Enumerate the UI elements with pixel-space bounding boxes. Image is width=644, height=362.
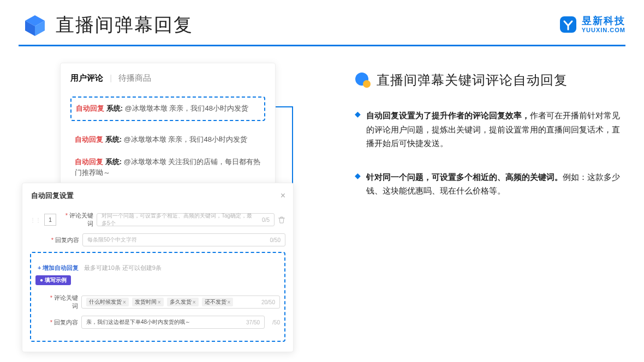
- section-title: 直播间弹幕关键词评论自动回复: [377, 71, 568, 89]
- content-label: 回复内容: [47, 236, 79, 244]
- system-prefix: 系统:: [105, 158, 122, 166]
- message-text: @冰墩墩本墩 关注我们的店铺，每日都有热门推荐呦～: [75, 158, 260, 177]
- example-badge: ● 填写示例: [35, 275, 71, 285]
- placeholder: 每条限50个中文字符: [87, 236, 137, 244]
- example-content-text: 亲，我们这边都是下单48小时内发货的哦～: [86, 318, 190, 326]
- close-icon[interactable]: ×: [281, 191, 285, 201]
- add-hint: 最多可建10条 还可以创建9条: [84, 264, 162, 271]
- header: 直播间弹幕回复 昱新科技 YUUXIN.COM: [0, 0, 644, 45]
- sequence-number: 1: [44, 214, 56, 226]
- counter: 0/50: [266, 237, 281, 243]
- left-column: 用户评论 | 待播商品 自动回复 系统: @冰墩墩本墩 亲亲，我们48小时内发货…: [22, 63, 295, 324]
- tab-user-comments[interactable]: 用户评论: [70, 73, 103, 82]
- message-text: @冰墩墩本墩 亲亲，我们48小时内发货: [124, 135, 247, 143]
- tag[interactable]: 还不发货×: [202, 298, 234, 306]
- tab-separator: |: [110, 73, 112, 82]
- tab-products[interactable]: 待播商品: [118, 73, 151, 82]
- bullet-item: ◆ 针对同一个问题，可设置多个相近的、高频的关键词。例如：这款多少钱、这块能优惠…: [355, 170, 622, 198]
- settings-header: 自动回复设置 ×: [30, 189, 285, 206]
- keyword-input[interactable]: 对同一个问题，可设置多个相近、高频的关键词，Tag确定，最多5个 0/5: [97, 213, 275, 226]
- svg-point-5: [363, 80, 371, 88]
- content: 用户评论 | 待播商品 自动回复 系统: @冰墩墩本墩 亲亲，我们48小时内发货…: [0, 57, 644, 324]
- diamond-bullet-icon: ◆: [355, 171, 361, 198]
- chat-bubble-icon: [355, 72, 371, 88]
- message: 自动回复 系统: @冰墩墩本墩 亲亲，我们48小时内发货: [70, 129, 265, 151]
- example-content-label: 回复内容: [46, 318, 78, 327]
- example-keyword-row: 评论关键词 什么时候发货× 发货时间× 多久发货× 还不发货× 20/50: [46, 294, 280, 310]
- tag[interactable]: 什么时候发货×: [86, 298, 129, 306]
- bold-text: 自动回复设置为了提升作者的评论回复效率，: [366, 111, 530, 120]
- example-keyword-tags[interactable]: 什么时候发货× 发货时间× 多久发货× 还不发货× 20/50: [81, 295, 280, 309]
- brand-name-cn: 昱新科技: [582, 16, 625, 27]
- system-prefix: 系统:: [105, 135, 122, 143]
- tag[interactable]: 发货时间×: [132, 298, 164, 306]
- brand-icon: [558, 14, 579, 35]
- highlighted-message: 自动回复 系统: @冰墩墩本墩 亲亲，我们48小时内发货: [70, 96, 265, 121]
- form-row-content: 回复内容 每条限50个中文字符 0/50: [47, 233, 285, 246]
- tag[interactable]: 多久发货×: [167, 298, 199, 306]
- settings-panel: 自动回复设置 × ⋮⋮ 1 评论关键词 对同一个问题，可设置多个相近、高频的关键…: [22, 183, 294, 352]
- tabs: 用户评论 | 待播商品: [70, 73, 265, 83]
- add-auto-reply-link[interactable]: + 增加自动回复 最多可建10条 还可以创建9条: [38, 264, 280, 272]
- content-input[interactable]: 每条限50个中文字符 0/50: [82, 233, 285, 246]
- auto-reply-label: 自动回复: [75, 158, 103, 166]
- brand-logo: 昱新科技 YUUXIN.COM: [558, 14, 625, 35]
- cube-icon: [22, 12, 48, 38]
- counter: 0/5: [258, 217, 270, 223]
- bullet-text: 自动回复设置为了提升作者的评论回复效率，作者可在开播前针对常见的评论用户问题，提…: [366, 108, 622, 150]
- diamond-bullet-icon: ◆: [355, 110, 361, 150]
- example-content-input[interactable]: 亲，我们这边都是下单48小时内发货的哦～ 37/50: [81, 316, 265, 329]
- add-label: + 增加自动回复: [38, 264, 79, 271]
- auto-reply-label: 自动回复: [76, 104, 104, 112]
- example-keyword-label: 评论关键词: [46, 294, 78, 310]
- comments-panel: 用户评论 | 待播商品 自动回复 系统: @冰墩墩本墩 亲亲，我们48小时内发货…: [60, 63, 276, 195]
- settings-title: 自动回复设置: [31, 191, 74, 201]
- counter-suffix: /50: [268, 319, 280, 325]
- bold-text: 针对同一个问题，可设置多个相近的、高频的关键词。: [366, 172, 563, 182]
- form-row-keyword: ⋮⋮ 1 评论关键词 对同一个问题，可设置多个相近、高频的关键词，Tag确定，最…: [30, 212, 285, 228]
- drag-handle-icon[interactable]: ⋮⋮: [30, 217, 41, 223]
- example-section: + 增加自动回复 最多可建10条 还可以创建9条 ● 填写示例 评论关键词 什么…: [30, 252, 285, 342]
- system-prefix: 系统:: [106, 104, 123, 112]
- bullet-item: ◆ 自动回复设置为了提升作者的评论回复效率，作者可在开播前针对常见的评论用户问题…: [355, 108, 622, 150]
- placeholder: 对同一个问题，可设置多个相近、高频的关键词，Tag确定，最多5个: [102, 212, 258, 227]
- trash-icon[interactable]: [278, 216, 285, 224]
- counter: 20/50: [257, 299, 275, 305]
- counter: 37/50: [242, 319, 260, 325]
- section-heading: 直播间弹幕关键词评论自动回复: [355, 71, 622, 89]
- message: 自动回复 系统: @冰墩墩本墩 关注我们的店铺，每日都有热门推荐呦～: [70, 151, 265, 185]
- bullet-text: 针对同一个问题，可设置多个相近的、高频的关键词。例如：这款多少钱、这块能优惠吗、…: [366, 170, 622, 198]
- right-column: 直播间弹幕关键词评论自动回复 ◆ 自动回复设置为了提升作者的评论回复效率，作者可…: [295, 63, 622, 218]
- brand-name-en: YUUXIN.COM: [582, 27, 625, 33]
- divider: [19, 45, 625, 46]
- keyword-label: 评论关键词: [62, 212, 93, 228]
- page-title: 直播间弹幕回复: [56, 13, 193, 38]
- example-content-row: 回复内容 亲，我们这边都是下单48小时内发货的哦～ 37/50 /50: [46, 316, 280, 329]
- message-text: @冰墩墩本墩 亲亲，我们48小时内发货: [125, 104, 248, 112]
- auto-reply-label: 自动回复: [75, 135, 103, 143]
